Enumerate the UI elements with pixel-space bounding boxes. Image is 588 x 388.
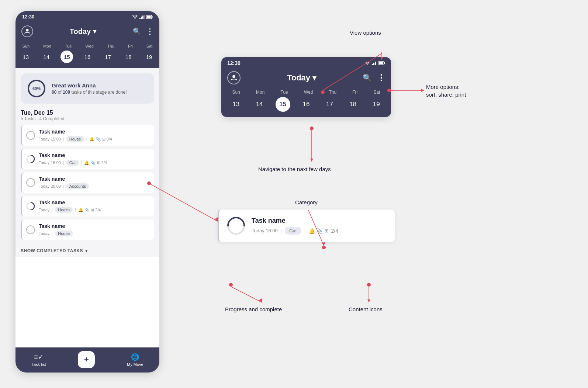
zh-battery-icon [378,61,385,65]
status-bar: 12:30 [15,11,159,22]
signal-icon [139,15,145,19]
svg-line-37 [231,287,262,302]
svg-rect-3 [144,15,145,19]
search-icon[interactable]: 🔍 [133,27,141,35]
progress-percent: 60% [32,86,41,91]
svg-point-33 [322,246,326,249]
header-title: Today ▾ [70,27,96,36]
more-options-label: More options:sort, share, print [426,83,466,98]
task-item-1[interactable]: Task name Today 15:00 | House | 🔔 📎 ⊞ 0/… [21,125,154,146]
zh-time: 12:30 [227,60,241,66]
zt-icons: 🔔 📎 ⊞ 2/4 [309,228,338,234]
add-task-button[interactable]: + [78,351,95,368]
phone-body: 60% Great work Anna 60 of 100 tasks of t… [15,68,159,257]
task-item-3[interactable]: Task name Today 20:00 | Accounts [21,172,154,193]
svg-marker-26 [421,89,424,92]
zh-date-19[interactable]: 19 [369,97,384,112]
zh-icons: 🔍 ⋮ [363,73,385,83]
svg-rect-13 [373,63,374,65]
svg-rect-0 [139,18,141,19]
zh-date-18[interactable]: 18 [346,97,360,112]
zh-status-bar: 12:30 [221,57,391,69]
svg-point-18 [232,75,235,78]
nav-mymove[interactable]: 🌐 My Move [127,353,143,367]
cal-date-16[interactable]: 16 [81,51,94,63]
svg-rect-16 [384,62,385,64]
status-icons [132,15,153,19]
task-info-5: Task name Today | House [39,223,150,236]
svg-marker-29 [310,159,313,162]
zh-search-icon[interactable]: 🔍 [363,73,372,82]
zh-date-13[interactable]: 13 [229,97,243,112]
phone-header: Today ▾ 🔍 ⋮ [15,22,159,42]
zt-progress-ring [226,215,246,236]
svg-rect-12 [372,64,373,65]
zh-dropdown-chevron[interactable]: ▾ [312,73,316,82]
zh-more-icon[interactable]: ⋮ [377,73,385,83]
show-completed-button[interactable]: SHOW COMPLETED TASKS ▾ [21,243,154,257]
zh-signal-icon [372,61,377,65]
zh-title: Today ▾ [287,73,316,83]
svg-marker-35 [322,242,325,246]
zh-date-15[interactable]: 15 [276,97,290,112]
header-icons: 🔍 ⋮ [133,27,153,36]
zt-info: Task name Today 16:00 | Car | 🔔 📎 ⊞ 2/4 [252,217,388,235]
progress-description: 60 of 100 tasks of this stage are done! [52,90,127,95]
more-options-icon[interactable]: ⋮ [146,27,153,36]
nav-add[interactable]: + [78,351,95,368]
cal-date-19[interactable]: 19 [143,51,155,63]
avatar-icon[interactable] [21,25,33,37]
date-heading: Tue, Dec 15 5 Tasks · 4 Completed [21,110,154,121]
task-checkbox-1[interactable] [26,131,35,140]
wifi-icon [132,15,138,19]
tasklist-icon: ≡✓ [34,353,44,361]
task-checkbox-3[interactable] [26,178,35,187]
task-item-4[interactable]: Task name Today | Health | 🔔 📎 ⊞ 2/4 [21,196,154,216]
svg-point-36 [229,283,233,287]
content-icons-label: Content icons [349,306,383,312]
zh-avatar[interactable] [227,71,241,84]
dropdown-chevron[interactable]: ▾ [93,27,96,35]
progress-ring: 60% [27,79,46,98]
phone-mockup: 12:30 Today [15,11,159,373]
nav-tasklist[interactable]: ≡✓ Task list [31,353,46,367]
zoomed-task-card: Task name Today 16:00 | Car | 🔔 📎 ⊞ 2/4 [218,209,395,242]
bottom-nav: ≡✓ Task list + 🌐 My Move [15,347,159,373]
cal-date-13[interactable]: 13 [20,51,32,63]
svg-point-7 [26,29,29,32]
svg-marker-32 [215,217,218,221]
cal-date-14[interactable]: 14 [40,51,53,63]
zh-calendar-dates: 13 14 15 16 17 18 19 [221,97,391,117]
zh-calendar-header: Sun Mon Tue Wed Thu Fri Sat [221,90,391,95]
zt-name: Task name [252,217,388,225]
chevron-down-icon: ▾ [85,248,88,253]
zh-date-14[interactable]: 14 [252,97,267,112]
task-checkbox-5[interactable] [26,225,35,234]
zt-meta: Today 16:00 | Car | 🔔 📎 ⊞ 2/4 [252,227,388,235]
svg-point-27 [310,127,314,130]
zh-date-17[interactable]: 17 [322,97,337,112]
task-info-3: Task name Today 20:00 | Accounts [39,176,150,189]
zh-wifi-icon [364,61,370,65]
svg-marker-41 [367,299,370,302]
zh-status-icons [364,61,385,65]
task-list: Task name Today 15:00 | House | 🔔 📎 ⊞ 0/… [21,125,154,243]
svg-rect-17 [379,62,383,65]
task-info-1: Task name Today 15:00 | House | 🔔 📎 ⊞ 0/… [39,129,150,142]
cal-date-17[interactable]: 17 [102,51,114,63]
progress-text: Great work Anna 60 of 100 tasks of this … [52,82,127,95]
task-item-2[interactable]: Task name Today 16:00 | Car | 🔔 📎 ⊞ 2/4 [21,149,154,169]
navigate-days-label: Navigate to the naxt few days [258,166,331,172]
task-checkbox-4[interactable] [26,202,35,211]
svg-rect-5 [152,16,153,18]
task-item-5[interactable]: Task name Today | House [21,219,154,240]
cal-date-15[interactable]: 15 [60,51,73,63]
calendar-days-header: Sun Mon Tue Wed Thu Fri Sat [15,44,159,48]
mymove-icon: 🌐 [131,353,139,361]
zh-date-16[interactable]: 16 [299,97,314,112]
svg-point-39 [367,283,371,287]
svg-rect-6 [147,15,151,18]
task-checkbox-2[interactable] [26,155,35,163]
task-info-2: Task name Today 16:00 | Car | 🔔 📎 ⊞ 2/4 [39,152,150,166]
cal-date-18[interactable]: 18 [122,51,135,63]
